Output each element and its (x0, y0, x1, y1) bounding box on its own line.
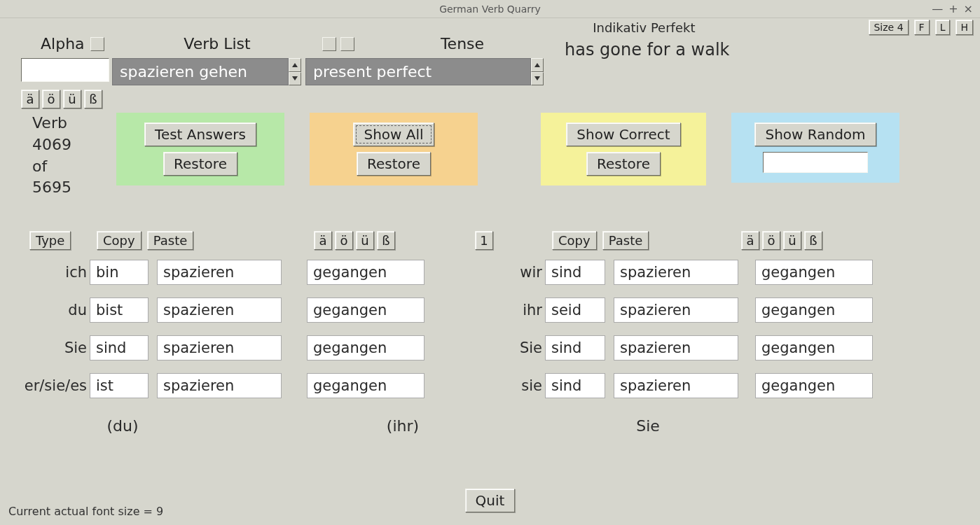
verb-left[interactable]: spazieren (157, 373, 282, 398)
bottom-ihr-label: (ihr) (322, 417, 483, 435)
umlaut-ss-button[interactable]: ß (84, 90, 102, 108)
umlaut-u-button-3[interactable]: ü (783, 231, 801, 250)
part-left[interactable]: gegangen (307, 373, 425, 398)
restore-button-2[interactable]: Restore (357, 152, 431, 176)
verb-left[interactable]: spazieren (157, 335, 282, 360)
tense-combo-up-icon[interactable] (531, 58, 544, 72)
aux-right[interactable]: sind (545, 260, 605, 285)
part-left[interactable]: gegangen (307, 298, 425, 323)
aux-left[interactable]: sind (90, 335, 149, 360)
part-left[interactable]: gegangen (307, 335, 425, 360)
pronoun-right: Sie (500, 340, 542, 356)
test-answers-button[interactable]: Test Answers (144, 122, 256, 146)
pronoun-right: ihr (500, 302, 542, 318)
verb-right[interactable]: spazieren (614, 373, 738, 398)
umlaut-a-button[interactable]: ä (21, 90, 39, 108)
tense-label: Indikativ Perfekt (593, 20, 695, 35)
umlaut-o-button-3[interactable]: ö (762, 231, 780, 250)
umlaut-ss-button-2[interactable]: ß (377, 231, 395, 250)
window-title: German Verb Quarry (439, 4, 541, 15)
pronoun-right: sie (500, 377, 542, 394)
window-close-icon[interactable]: × (964, 2, 973, 15)
restore-button-1[interactable]: Restore (163, 152, 237, 176)
bottom-sie-label: Sie (567, 417, 729, 435)
tense-combo[interactable]: present perfect (305, 58, 531, 85)
restore-button-3[interactable]: Restore (586, 152, 661, 176)
verb-list-label: Verb List (184, 35, 250, 52)
verb-combo[interactable]: spazieren gehen (112, 58, 289, 85)
verb-counter-l3: of (32, 156, 116, 178)
aux-right[interactable]: seid (545, 298, 605, 323)
pronoun-left: du (24, 302, 87, 318)
umlaut-a-button-2[interactable]: ä (314, 231, 332, 250)
paste-button-left[interactable]: Paste (147, 231, 194, 250)
verb-combo-up-icon[interactable] (289, 58, 301, 72)
window-maximize-icon[interactable]: + (948, 2, 958, 15)
bottom-du-label: (du) (42, 417, 203, 435)
type-button[interactable]: Type (29, 231, 71, 250)
umlaut-o-button[interactable]: ö (42, 90, 60, 108)
svg-marker-2 (534, 63, 540, 67)
pronoun-left: ich (24, 264, 87, 281)
aux-right[interactable]: sind (545, 373, 605, 398)
umlaut-u-button-2[interactable]: ü (356, 231, 374, 250)
pronoun-left: Sie (24, 340, 87, 356)
aux-left[interactable]: ist (90, 373, 149, 398)
umlaut-ss-button-3[interactable]: ß (804, 231, 822, 250)
part-right[interactable]: gegangen (755, 260, 873, 285)
umlaut-u-button[interactable]: ü (63, 90, 81, 108)
copy-button-right[interactable]: Copy (552, 231, 597, 250)
part-right[interactable]: gegangen (755, 335, 873, 360)
part-right[interactable]: gegangen (755, 373, 873, 398)
alpha-input[interactable] (21, 58, 109, 82)
pronoun-right: wir (500, 264, 542, 281)
verb-right[interactable]: spazieren (614, 335, 738, 360)
part-right[interactable]: gegangen (755, 298, 873, 323)
l-button[interactable]: L (935, 20, 951, 35)
paste-button-right[interactable]: Paste (602, 231, 649, 250)
svg-marker-0 (292, 63, 298, 67)
verb-counter-l1: Verb (32, 113, 116, 134)
svg-marker-1 (292, 76, 298, 80)
part-left[interactable]: gegangen (307, 260, 425, 285)
random-input[interactable] (763, 152, 868, 173)
pronoun-left: er/sie/es (24, 377, 87, 394)
show-all-button[interactable]: Show All (353, 122, 434, 146)
size-button[interactable]: Size 4 (869, 20, 908, 35)
umlaut-o-button-2[interactable]: ö (335, 231, 353, 250)
h-button[interactable]: H (955, 20, 973, 35)
verb-counter-l4: 5695 (32, 177, 116, 199)
verb-combo-down-icon[interactable] (289, 72, 301, 86)
verb-left[interactable]: spazieren (157, 298, 282, 323)
aux-left[interactable]: bist (90, 298, 149, 323)
umlaut-a-button-3[interactable]: ä (741, 231, 759, 250)
alpha-checkbox[interactable] (90, 37, 104, 51)
tense-col-label: Tense (441, 35, 484, 52)
verb-right[interactable]: spazieren (614, 298, 738, 323)
quit-button[interactable]: Quit (465, 489, 516, 512)
tense-combo-down-icon[interactable] (531, 72, 544, 86)
font-size-status: Current actual font size = 9 (8, 505, 163, 518)
aux-left[interactable]: bin (90, 260, 149, 285)
one-button[interactable]: 1 (475, 231, 493, 250)
f-button[interactable]: F (914, 20, 930, 35)
aux-right[interactable]: sind (545, 335, 605, 360)
svg-marker-3 (534, 76, 540, 80)
verblist-checkbox-1[interactable] (322, 37, 336, 51)
verb-left[interactable]: spazieren (157, 260, 282, 285)
verb-right[interactable]: spazieren (614, 260, 738, 285)
alpha-label: Alpha (41, 35, 85, 52)
translation: has gone for a walk (565, 40, 729, 59)
window-minimize-icon[interactable]: — (932, 2, 943, 15)
copy-button-left[interactable]: Copy (97, 231, 142, 250)
verb-counter-l2: 4069 (32, 134, 116, 156)
show-random-button[interactable]: Show Random (754, 122, 876, 146)
show-correct-button[interactable]: Show Correct (566, 122, 680, 146)
verblist-checkbox-2[interactable] (340, 37, 354, 51)
